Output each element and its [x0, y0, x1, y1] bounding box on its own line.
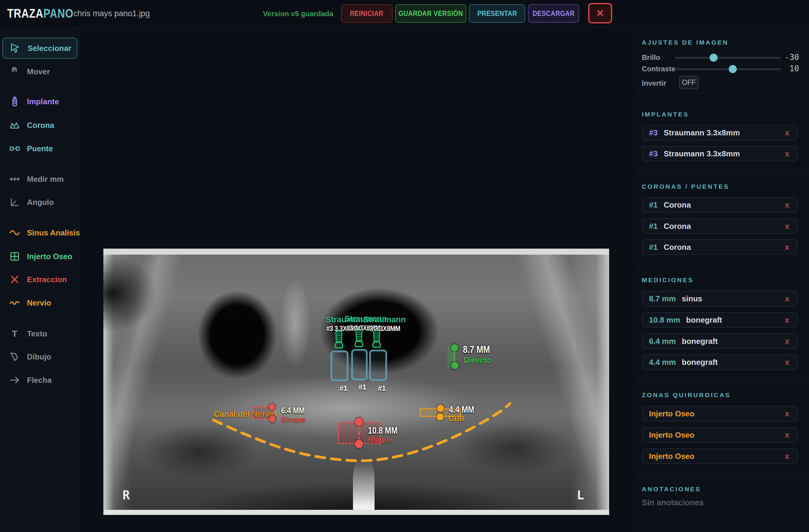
- zona-label: Injerto Oseo: [649, 452, 694, 461]
- xray-canvas[interactable]: R L Straumann Straumann Straumann #3 3.3…: [103, 249, 609, 515]
- zona-item[interactable]: Injerto Oseo x: [642, 448, 798, 464]
- tool-seleccionar[interactable]: Seleccionar: [2, 38, 77, 59]
- implant-item[interactable]: #3 Straumann 3.3x8mm x: [642, 125, 798, 141]
- tool-nervio[interactable]: Nervio: [2, 292, 77, 313]
- block-measure-endpoint[interactable]: [355, 440, 363, 448]
- delete-icon[interactable]: x: [785, 337, 789, 346]
- tool-texto[interactable]: T Texto: [2, 323, 77, 344]
- measure-label: bonegraft: [686, 315, 722, 325]
- tool-puente[interactable]: Puente: [2, 138, 77, 159]
- crown-icon: [9, 120, 20, 131]
- implant-brand-label[interactable]: Straumann: [363, 315, 406, 324]
- zona-label: Injerto Oseo: [649, 409, 694, 419]
- tool-angulo[interactable]: Angulo: [2, 192, 77, 213]
- tool-label: Injerto Oseo: [27, 252, 72, 261]
- brillo-value: -30: [745, 52, 799, 62]
- brillo-label: Brillo: [642, 53, 660, 62]
- delete-icon[interactable]: x: [785, 149, 789, 158]
- block-measure-endpoint[interactable]: [355, 418, 363, 426]
- tool-dibujo[interactable]: Dibujo: [2, 346, 77, 367]
- sinus-measure-endpoint[interactable]: [451, 344, 458, 351]
- delete-icon[interactable]: x: [785, 128, 789, 138]
- delete-icon[interactable]: x: [785, 221, 789, 231]
- bridge-icon: [9, 143, 20, 154]
- implant-fixture[interactable]: [333, 331, 345, 350]
- sinus-measure-line: [453, 351, 455, 363]
- block-measure-value: 6.4 MM: [281, 406, 310, 415]
- corona-label: Corona: [664, 243, 691, 252]
- section-title-implantes: IMPLANTES: [642, 111, 689, 118]
- delete-icon[interactable]: x: [785, 452, 789, 461]
- zona-item[interactable]: Injerto Oseo x: [642, 406, 798, 422]
- delete-icon[interactable]: x: [785, 315, 789, 325]
- delete-icon[interactable]: x: [785, 409, 789, 419]
- descargar-button[interactable]: DESCARGAR: [528, 4, 579, 23]
- delete-icon[interactable]: x: [785, 358, 789, 367]
- section-title-zonas: ZONAS QUIRURGICAS: [642, 391, 731, 399]
- tool-label: Texto: [27, 329, 47, 338]
- zona-item[interactable]: Injerto Oseo x: [642, 427, 798, 443]
- corona-item[interactable]: #1 Corona x: [642, 240, 798, 255]
- delete-icon[interactable]: x: [785, 430, 789, 440]
- contraste-slider-thumb[interactable]: [729, 65, 737, 73]
- grid-icon: [9, 251, 20, 262]
- tool-corona[interactable]: Corona: [2, 115, 77, 136]
- tooth-number: #3: [649, 128, 658, 138]
- tool-medir-mm[interactable]: Medir mm: [2, 169, 77, 190]
- section-title-coronas: CORONAS / PUENTES: [642, 183, 729, 190]
- tool-implante[interactable]: Implante: [2, 91, 77, 112]
- section-title-ajustes: AJUSTES DE IMAGEN: [642, 39, 729, 46]
- gbr-measure-endpoint[interactable]: [437, 405, 444, 412]
- delete-icon[interactable]: x: [785, 243, 789, 252]
- crown-outline[interactable]: [351, 349, 368, 380]
- implant-label: Straumann 3.3x8mm: [664, 128, 740, 138]
- block-measure-endpoint[interactable]: [269, 404, 275, 410]
- corona-item[interactable]: #1 Corona x: [642, 197, 798, 213]
- implant-item[interactable]: #3 Straumann 3.3x8mm x: [642, 146, 798, 161]
- presentar-button[interactable]: PRESENTAR: [469, 4, 525, 23]
- reiniciar-button[interactable]: REINICIAR: [341, 4, 393, 23]
- implant-icon: [9, 96, 20, 107]
- text-icon: T: [9, 328, 20, 339]
- crown-outline[interactable]: [330, 351, 348, 381]
- top-bar: TRAZAPANO chris mays pano1.jpg Version v…: [0, 0, 809, 27]
- divider: [636, 174, 809, 174]
- gbr-measure-endpoint[interactable]: [436, 413, 444, 421]
- corona-item[interactable]: #1 Corona x: [642, 218, 798, 234]
- close-button[interactable]: ✕: [588, 3, 612, 23]
- implant-fixture[interactable]: [371, 330, 383, 349]
- medicion-item[interactable]: 6.4 mm bonegraft x: [642, 333, 798, 349]
- logo-secondary: PANO: [44, 6, 73, 21]
- delete-icon[interactable]: x: [785, 200, 789, 210]
- tooth-number: #3: [649, 149, 658, 158]
- medicion-item[interactable]: 8.7 mm sinus x: [642, 291, 798, 306]
- tool-label: Corona: [27, 121, 54, 130]
- tool-extraccion[interactable]: Extraccion: [2, 269, 77, 290]
- tool-label: Angulo: [27, 198, 54, 207]
- medicion-item[interactable]: 4.4 mm bonegraft x: [642, 354, 798, 370]
- tool-label: Flecha: [27, 376, 52, 385]
- delete-icon[interactable]: x: [785, 294, 789, 303]
- guardar-version-button[interactable]: GUARDAR VERSIÓN: [395, 4, 466, 23]
- gbr-measure-sublabel: GBR: [449, 414, 464, 423]
- tool-sinus-analisis[interactable]: Sinus Analisis: [2, 222, 77, 243]
- nerve-curve-annotation[interactable]: [103, 249, 609, 515]
- block-measure-endpoint[interactable]: [269, 416, 276, 422]
- crown-number-label: #1: [358, 383, 366, 391]
- corona-label: Corona: [664, 200, 691, 210]
- sinus-measure-endpoint[interactable]: [451, 362, 459, 369]
- tool-label: Seleccionar: [28, 44, 71, 53]
- ruler-ticks-icon: [9, 174, 20, 185]
- section-title-mediciones: MEDICIONES: [642, 277, 694, 284]
- tooth-number: #1: [649, 221, 658, 231]
- tool-mover[interactable]: Mover: [2, 61, 77, 82]
- divider: [0, 86, 80, 87]
- tool-injerto-oseo[interactable]: Injerto Oseo: [2, 246, 77, 267]
- implant-fixture[interactable]: [353, 329, 365, 348]
- crown-outline[interactable]: [369, 350, 387, 381]
- invertir-toggle[interactable]: OFF: [679, 76, 699, 89]
- tool-flecha[interactable]: Flecha: [2, 370, 77, 391]
- brillo-slider-thumb[interactable]: [709, 54, 718, 62]
- medicion-item[interactable]: 10.8 mm bonegraft x: [642, 312, 798, 328]
- measure-label: bonegraft: [682, 337, 718, 346]
